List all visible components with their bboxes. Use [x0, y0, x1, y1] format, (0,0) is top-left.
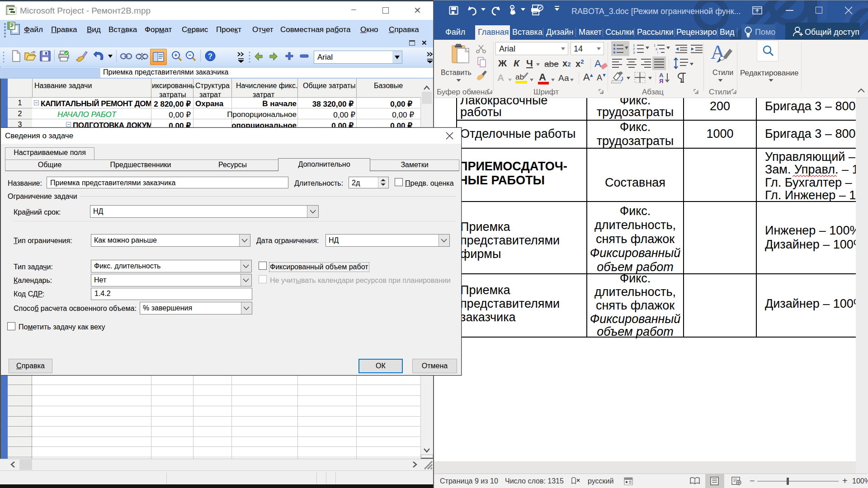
svg-text:3: 3	[633, 51, 635, 54]
svg-text:?: ?	[208, 52, 212, 60]
svg-text:А: А	[594, 58, 601, 69]
svg-text:i: i	[657, 51, 658, 54]
svg-text:a: a	[656, 47, 657, 51]
svg-text:Я: Я	[659, 78, 663, 84]
svg-text:ab: ab	[515, 73, 524, 81]
svg-text:А: А	[539, 71, 546, 83]
svg-text:1: 1	[654, 44, 656, 47]
